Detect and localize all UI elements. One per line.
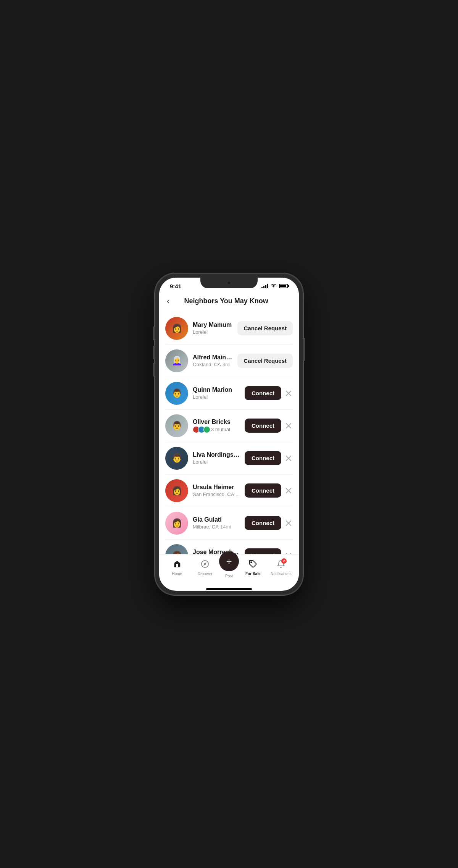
person-name-ursula: Ursula Heimer <box>193 484 240 491</box>
cancel-btn-mary[interactable]: Cancel Request <box>237 321 293 335</box>
notch <box>200 278 258 288</box>
connect-btn-liva[interactable]: Connect <box>245 451 281 465</box>
person-sub-mary: Lorelei <box>193 329 233 335</box>
status-time: 9:41 <box>170 283 181 289</box>
bottom-nav: Home Discover + Post <box>159 554 299 586</box>
person-sub-liva: Lorelei <box>193 459 240 465</box>
nav-notifications-label: Notifications <box>271 572 291 576</box>
person-sub-oliver: 3 mutual <box>193 426 240 433</box>
person-name-gia: Gia Gulati <box>193 516 240 523</box>
connect-btn-ursula[interactable]: Connect <box>245 483 281 498</box>
mutual-text-oliver: 3 mutual <box>211 427 230 432</box>
distance-gia: 14mi <box>220 524 231 530</box>
connect-btn-gia[interactable]: Connect <box>245 516 281 530</box>
dismiss-btn-oliver[interactable] <box>284 422 293 430</box>
status-icons <box>261 283 288 289</box>
avatar-gia: 👩 <box>165 512 188 535</box>
person-row-gia: 👩Gia GulatiMilbrae, CA14miConnect <box>165 507 293 540</box>
actions-quinn: Connect <box>245 386 293 400</box>
person-name-quinn: Quinn Marion <box>193 386 240 393</box>
avatar-alfred: 👩‍🦳 <box>165 349 188 372</box>
distance-alfred: 3mi <box>223 362 231 367</box>
actions-liva: Connect <box>245 451 293 465</box>
home-icon <box>173 560 181 571</box>
sub-text-alfred: Oakland, CA <box>193 362 221 367</box>
person-info-liva: Liva NordingstromLorelei <box>193 451 240 465</box>
dismiss-btn-liva[interactable] <box>284 454 293 462</box>
actions-mary: Cancel Request <box>237 321 293 335</box>
svg-point-16 <box>251 562 252 563</box>
notification-icon-wrap: 2 <box>277 560 285 571</box>
person-name-liva: Liva Nordingstrom <box>193 451 240 458</box>
sub-text-gia: Milbrae, CA <box>193 524 219 530</box>
connect-btn-jose[interactable]: Connect <box>245 548 281 554</box>
person-info-quinn: Quinn MarionLorelei <box>193 386 240 400</box>
nav-forsale[interactable]: For Sale <box>239 560 267 576</box>
person-name-mary: Mary Mamum <box>193 322 233 328</box>
avatar-ursula: 👩 <box>165 479 188 502</box>
dismiss-btn-gia[interactable] <box>284 519 293 527</box>
nav-discover[interactable]: Discover <box>191 560 219 576</box>
person-info-gia: Gia GulatiMilbrae, CA14mi <box>193 516 240 530</box>
notification-badge: 2 <box>281 558 287 564</box>
person-row-mary: 👩Mary MamumLoreleiCancel Request <box>165 312 293 345</box>
wifi-icon <box>271 283 277 289</box>
nav-post-label: Post <box>225 574 233 578</box>
nav-discover-label: Discover <box>198 572 213 576</box>
camera <box>227 281 231 285</box>
person-info-mary: Mary MamumLorelei <box>193 322 233 335</box>
discover-icon <box>201 560 209 571</box>
plus-icon: + <box>226 556 232 566</box>
phone-screen: 9:41 <box>159 278 299 591</box>
person-row-oliver: 👨Oliver Bricks3 mutualConnect <box>165 410 293 442</box>
person-sub-quinn: Lorelei <box>193 394 240 400</box>
avatar-quinn: 👨 <box>165 382 188 405</box>
post-button[interactable]: + <box>219 551 239 571</box>
mutual-avatars-oliver <box>193 426 209 433</box>
cancel-btn-alfred[interactable]: Cancel Request <box>237 354 293 368</box>
nav-post[interactable]: + Post <box>219 558 239 578</box>
person-name-oliver: Oliver Bricks <box>193 419 240 425</box>
dismiss-btn-ursula[interactable] <box>284 487 293 495</box>
person-row-liva: 👨Liva NordingstromLoreleiConnect <box>165 442 293 475</box>
back-button[interactable]: ‹ <box>167 295 173 308</box>
connect-btn-oliver[interactable]: Connect <box>245 419 281 433</box>
person-sub-gia: Milbrae, CA14mi <box>193 524 240 530</box>
mutual-avatar <box>203 426 210 433</box>
dismiss-btn-jose[interactable] <box>284 551 293 554</box>
actions-oliver: Connect <box>245 419 293 433</box>
home-indicator <box>206 588 252 590</box>
connect-btn-quinn[interactable]: Connect <box>245 386 281 400</box>
nav-forsale-label: For Sale <box>245 572 260 576</box>
page-title: Neighbors You May Know <box>173 297 291 305</box>
sub-text-ursula: San Francisco, CA <box>193 491 234 497</box>
person-name-alfred: Alfred Mainzaugeinhei... <box>193 354 233 361</box>
battery-icon <box>279 284 288 288</box>
person-row-quinn: 👨Quinn MarionLoreleiConnect <box>165 377 293 410</box>
person-row-alfred: 👩‍🦳Alfred Mainzaugeinhei...Oakland, CA3m… <box>165 345 293 377</box>
header: ‹ Neighbors You May Know <box>159 292 299 312</box>
avatar-liva: 👨 <box>165 447 188 470</box>
avatar-jose: 👩 <box>165 544 188 554</box>
person-sub-ursula: San Francisco, CA... <box>193 491 240 497</box>
actions-alfred: Cancel Request <box>237 354 293 368</box>
forsale-icon <box>249 560 257 571</box>
person-info-oliver: Oliver Bricks3 mutual <box>193 419 240 433</box>
person-info-alfred: Alfred Mainzaugeinhei...Oakland, CA3mi <box>193 354 233 367</box>
person-info-ursula: Ursula HeimerSan Francisco, CA... <box>193 484 240 497</box>
svg-marker-15 <box>203 563 206 566</box>
actions-gia: Connect <box>245 516 293 530</box>
actions-ursula: Connect <box>245 483 293 498</box>
person-sub-alfred: Oakland, CA3mi <box>193 362 233 367</box>
sub-text-mary: Lorelei <box>193 329 208 335</box>
sub-text-quinn: Lorelei <box>193 394 208 400</box>
nav-home[interactable]: Home <box>163 560 191 576</box>
sub-text-liva: Lorelei <box>193 459 208 465</box>
nav-notifications[interactable]: 2 Notifications <box>267 560 295 576</box>
avatar-mary: 👩 <box>165 317 188 340</box>
dismiss-btn-quinn[interactable] <box>284 389 293 398</box>
phone-frame: 9:41 <box>155 273 303 595</box>
signal-icon <box>261 284 268 288</box>
person-row-ursula: 👩Ursula HeimerSan Francisco, CA...Connec… <box>165 475 293 507</box>
avatar-oliver: 👨 <box>165 414 188 437</box>
